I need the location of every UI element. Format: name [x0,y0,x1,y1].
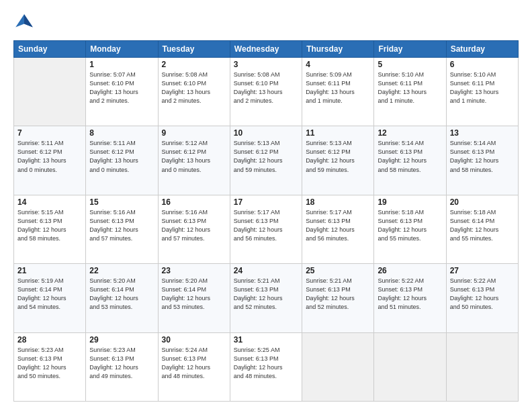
day-cell: 16Sunrise: 5:16 AMSunset: 6:13 PMDayligh… [158,195,230,263]
day-cell: 27Sunrise: 5:22 AMSunset: 6:13 PMDayligh… [446,264,518,332]
day-cell [14,58,86,126]
day-cell: 28Sunrise: 5:23 AMSunset: 6:13 PMDayligh… [14,332,86,401]
day-number: 13 [450,128,515,138]
day-cell: 20Sunrise: 5:18 AMSunset: 6:14 PMDayligh… [446,195,518,263]
day-number: 1 [89,60,154,69]
header [13,12,519,34]
day-info: Sunrise: 5:18 AMSunset: 6:14 PMDaylight:… [450,208,515,243]
day-cell: 21Sunrise: 5:19 AMSunset: 6:14 PMDayligh… [14,264,86,332]
day-cell: 7Sunrise: 5:11 AMSunset: 6:12 PMDaylight… [14,126,86,195]
day-number: 28 [17,335,82,345]
day-cell [374,332,446,401]
day-number: 14 [17,197,82,207]
day-info: Sunrise: 5:18 AMSunset: 6:13 PMDaylight:… [378,208,442,243]
day-info: Sunrise: 5:11 AMSunset: 6:12 PMDaylight:… [89,139,154,174]
day-cell [446,332,518,401]
day-cell: 10Sunrise: 5:13 AMSunset: 6:12 PMDayligh… [230,126,302,195]
day-number: 16 [162,197,226,207]
day-number: 19 [378,197,442,207]
day-cell: 11Sunrise: 5:13 AMSunset: 6:12 PMDayligh… [302,126,374,195]
day-info: Sunrise: 5:11 AMSunset: 6:12 PMDaylight:… [17,139,82,174]
day-cell: 29Sunrise: 5:23 AMSunset: 6:13 PMDayligh… [86,332,158,401]
day-number: 31 [234,335,298,345]
day-cell: 30Sunrise: 5:24 AMSunset: 6:13 PMDayligh… [158,332,230,401]
day-info: Sunrise: 5:23 AMSunset: 6:13 PMDaylight:… [17,346,82,381]
day-info: Sunrise: 5:14 AMSunset: 6:13 PMDaylight:… [378,139,442,174]
day-cell: 17Sunrise: 5:17 AMSunset: 6:13 PMDayligh… [230,195,302,263]
day-info: Sunrise: 5:14 AMSunset: 6:13 PMDaylight:… [450,139,515,174]
day-number: 10 [234,128,298,138]
day-number: 15 [89,197,154,207]
day-cell: 13Sunrise: 5:14 AMSunset: 6:13 PMDayligh… [446,126,518,195]
day-info: Sunrise: 5:15 AMSunset: 6:13 PMDaylight:… [17,208,82,243]
day-info: Sunrise: 5:20 AMSunset: 6:14 PMDaylight:… [89,277,154,312]
svg-marker-1 [24,14,33,27]
day-info: Sunrise: 5:10 AMSunset: 6:11 PMDaylight:… [450,71,515,105]
day-cell: 1Sunrise: 5:07 AMSunset: 6:10 PMDaylight… [86,58,158,126]
day-number: 17 [234,197,298,207]
day-number: 24 [234,266,298,275]
day-of-week-saturday: Saturday [446,41,518,58]
day-of-week-tuesday: Tuesday [158,41,230,58]
day-cell: 12Sunrise: 5:14 AMSunset: 6:13 PMDayligh… [374,126,446,195]
week-row-2: 14Sunrise: 5:15 AMSunset: 6:13 PMDayligh… [14,195,519,263]
day-number: 5 [378,60,442,69]
day-number: 18 [306,197,370,207]
calendar-header: SundayMondayTuesdayWednesdayThursdayFrid… [14,41,519,58]
day-number: 4 [306,60,370,69]
day-info: Sunrise: 5:16 AMSunset: 6:13 PMDaylight:… [89,208,154,243]
day-info: Sunrise: 5:22 AMSunset: 6:13 PMDaylight:… [378,277,442,312]
day-info: Sunrise: 5:17 AMSunset: 6:13 PMDaylight:… [306,208,370,243]
page: SundayMondayTuesdayWednesdayThursdayFrid… [0,0,532,411]
day-info: Sunrise: 5:24 AMSunset: 6:13 PMDaylight:… [162,346,226,381]
day-number: 20 [450,197,515,207]
day-of-week-wednesday: Wednesday [230,41,302,58]
day-info: Sunrise: 5:10 AMSunset: 6:11 PMDaylight:… [378,71,442,105]
day-cell: 4Sunrise: 5:09 AMSunset: 6:11 PMDaylight… [302,58,374,126]
day-info: Sunrise: 5:08 AMSunset: 6:10 PMDaylight:… [234,71,298,105]
day-cell [302,332,374,401]
day-info: Sunrise: 5:23 AMSunset: 6:13 PMDaylight:… [89,346,154,381]
day-cell: 26Sunrise: 5:22 AMSunset: 6:13 PMDayligh… [374,264,446,332]
day-info: Sunrise: 5:12 AMSunset: 6:12 PMDaylight:… [162,139,226,174]
day-info: Sunrise: 5:08 AMSunset: 6:10 PMDaylight:… [162,71,226,105]
day-cell: 3Sunrise: 5:08 AMSunset: 6:10 PMDaylight… [230,58,302,126]
day-cell: 5Sunrise: 5:10 AMSunset: 6:11 PMDaylight… [374,58,446,126]
day-info: Sunrise: 5:20 AMSunset: 6:14 PMDaylight:… [162,277,226,312]
day-number: 3 [234,60,298,69]
day-info: Sunrise: 5:16 AMSunset: 6:13 PMDaylight:… [162,208,226,243]
day-cell: 23Sunrise: 5:20 AMSunset: 6:14 PMDayligh… [158,264,230,332]
day-number: 27 [450,266,515,275]
day-info: Sunrise: 5:17 AMSunset: 6:13 PMDaylight:… [234,208,298,243]
day-cell: 2Sunrise: 5:08 AMSunset: 6:10 PMDaylight… [158,58,230,126]
day-number: 22 [89,266,154,275]
day-number: 23 [162,266,226,275]
week-row-1: 7Sunrise: 5:11 AMSunset: 6:12 PMDaylight… [14,126,519,195]
day-number: 9 [162,128,226,138]
day-cell: 9Sunrise: 5:12 AMSunset: 6:12 PMDaylight… [158,126,230,195]
day-cell: 25Sunrise: 5:21 AMSunset: 6:13 PMDayligh… [302,264,374,332]
day-number: 8 [89,128,154,138]
week-row-3: 21Sunrise: 5:19 AMSunset: 6:14 PMDayligh… [14,264,519,332]
day-cell: 24Sunrise: 5:21 AMSunset: 6:13 PMDayligh… [230,264,302,332]
day-info: Sunrise: 5:25 AMSunset: 6:13 PMDaylight:… [234,346,298,381]
day-cell: 18Sunrise: 5:17 AMSunset: 6:13 PMDayligh… [302,195,374,263]
day-number: 29 [89,335,154,345]
day-info: Sunrise: 5:21 AMSunset: 6:13 PMDaylight:… [234,277,298,312]
day-of-week-friday: Friday [374,41,446,58]
day-cell: 8Sunrise: 5:11 AMSunset: 6:12 PMDaylight… [86,126,158,195]
day-info: Sunrise: 5:07 AMSunset: 6:10 PMDaylight:… [89,71,154,105]
calendar-body: 1Sunrise: 5:07 AMSunset: 6:10 PMDaylight… [14,58,519,402]
week-row-0: 1Sunrise: 5:07 AMSunset: 6:10 PMDaylight… [14,58,519,126]
day-number: 2 [162,60,226,69]
day-info: Sunrise: 5:22 AMSunset: 6:13 PMDaylight:… [450,277,515,312]
day-number: 21 [17,266,82,275]
day-cell: 22Sunrise: 5:20 AMSunset: 6:14 PMDayligh… [86,264,158,332]
logo [13,12,38,34]
day-info: Sunrise: 5:13 AMSunset: 6:12 PMDaylight:… [234,139,298,174]
day-cell: 6Sunrise: 5:10 AMSunset: 6:11 PMDaylight… [446,58,518,126]
calendar-table: SundayMondayTuesdayWednesdayThursdayFrid… [13,40,519,402]
day-number: 25 [306,266,370,275]
day-number: 6 [450,60,515,69]
day-info: Sunrise: 5:13 AMSunset: 6:12 PMDaylight:… [306,139,370,174]
